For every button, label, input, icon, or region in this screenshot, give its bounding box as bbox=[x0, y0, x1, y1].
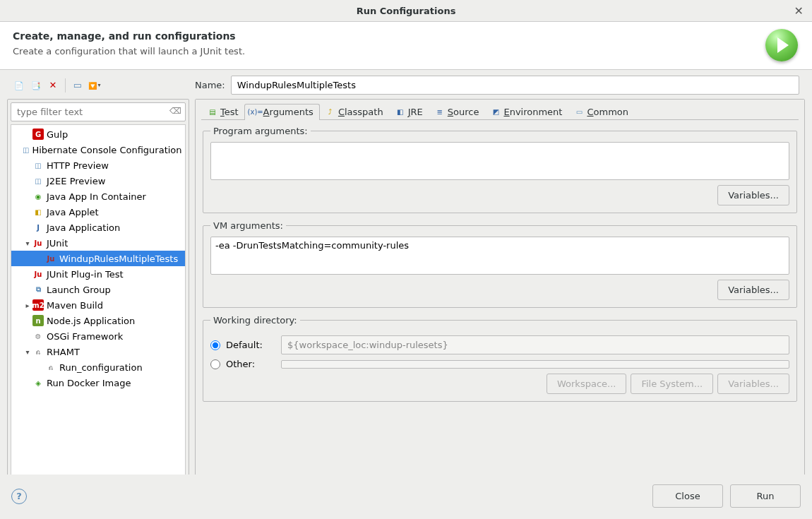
tab-label: JRE bbox=[408, 107, 423, 117]
name-row: Name: bbox=[189, 74, 805, 96]
filter-input[interactable] bbox=[11, 102, 186, 121]
close-icon[interactable]: ✕ bbox=[794, 4, 804, 18]
tree-item-launch-group[interactable]: ⧉Launch Group bbox=[11, 282, 185, 297]
header-title: Create, manage, and run configurations bbox=[13, 30, 799, 42]
program-args-input[interactable] bbox=[210, 142, 789, 180]
tree-item-label: WindupRulesMultipleTests bbox=[59, 253, 178, 264]
tab-source[interactable]: ≣Source bbox=[429, 104, 486, 120]
footer: ? Close Run bbox=[0, 475, 812, 519]
config-type-icon: ◧ bbox=[32, 206, 44, 217]
tree-item-hibernate-console-configuration[interactable]: ◫Hibernate Console Configuration bbox=[11, 142, 185, 157]
tree-item-label: OSGi Framework bbox=[47, 331, 123, 342]
left-panel: ⌫ GGulp◫Hibernate Console Configuration◫… bbox=[7, 99, 189, 513]
tree-item-node-js-application[interactable]: nNode.js Application bbox=[11, 313, 185, 328]
wd-other-label: Other: bbox=[226, 359, 275, 369]
program-args-legend: Program arguments: bbox=[210, 126, 311, 136]
tree-item-j2ee-preview[interactable]: ◫J2EE Preview bbox=[11, 173, 185, 189]
tab-common[interactable]: ▭Common bbox=[568, 104, 635, 120]
tab-content-arguments: Program arguments: Variables... VM argum… bbox=[196, 120, 804, 480]
tree-item-winduprulesmultipletests[interactable]: JuWindupRulesMultipleTests bbox=[11, 251, 185, 266]
tab-classpath[interactable]: ⤴Classpath bbox=[319, 104, 390, 120]
expander-icon[interactable]: ▸ bbox=[23, 302, 32, 309]
tree-item-label: Node.js Application bbox=[47, 316, 135, 326]
program-args-variables-button[interactable]: Variables... bbox=[717, 185, 789, 205]
wd-filesystem-button[interactable]: File System... bbox=[631, 374, 713, 394]
collapse-all-button[interactable] bbox=[70, 78, 85, 93]
new-config-button[interactable] bbox=[11, 78, 27, 93]
clear-filter-icon[interactable]: ⌫ bbox=[169, 106, 181, 116]
vm-args-variables-button[interactable]: Variables... bbox=[717, 280, 789, 300]
wd-default-radio[interactable] bbox=[210, 340, 220, 350]
tree-item-junit-plug-in-test[interactable]: JuJUnit Plug-in Test bbox=[11, 266, 185, 282]
config-type-icon: Ju bbox=[45, 253, 56, 264]
expander-icon[interactable]: ▾ bbox=[23, 239, 32, 247]
tree-item-label: Hibernate Console Configuration bbox=[32, 145, 181, 155]
tree-item-label: Java App In Container bbox=[47, 191, 146, 202]
tab-label: Arguments bbox=[263, 107, 314, 117]
tab-icon: ◧ bbox=[395, 107, 405, 117]
wd-variables-button[interactable]: Variables... bbox=[717, 374, 789, 394]
close-button[interactable]: Close bbox=[652, 484, 723, 508]
config-type-icon: m2 bbox=[32, 299, 44, 311]
config-type-icon: ◈ bbox=[32, 377, 44, 388]
tree-item-label: RHAMT bbox=[47, 347, 80, 357]
tab-label: Common bbox=[587, 107, 628, 117]
header: Create, manage, and run configurations C… bbox=[0, 22, 812, 70]
tab-icon: ⤴ bbox=[326, 107, 335, 117]
delete-config-button[interactable]: ✕ bbox=[45, 78, 61, 93]
config-tree[interactable]: GGulp◫Hibernate Console Configuration◫HT… bbox=[11, 124, 186, 493]
filter-dropdown-button[interactable]: ▾ bbox=[87, 78, 102, 93]
duplicate-config-button[interactable] bbox=[28, 78, 44, 93]
config-type-icon: ◫ bbox=[32, 175, 44, 186]
tree-item-label: Gulp bbox=[47, 129, 68, 140]
name-label: Name: bbox=[195, 80, 225, 90]
tree-item-java-application[interactable]: JJava Application bbox=[11, 220, 185, 235]
config-type-icon: n bbox=[32, 315, 44, 326]
config-type-icon: ⎌ bbox=[45, 362, 56, 373]
vm-args-input[interactable] bbox=[210, 237, 789, 275]
config-type-icon: ◉ bbox=[32, 191, 44, 202]
tree-item-label: Run_configuration bbox=[59, 362, 143, 373]
wd-workspace-button[interactable]: Workspace... bbox=[547, 374, 626, 394]
tree-item-run-configuration[interactable]: ⎌Run_configuration bbox=[11, 359, 185, 375]
config-type-icon: ⚙ bbox=[32, 330, 44, 342]
tree-item-rhamt[interactable]: ▾⎌RHAMT bbox=[11, 344, 185, 359]
tab-icon: ≣ bbox=[435, 107, 445, 117]
tree-item-gulp[interactable]: GGulp bbox=[11, 126, 185, 142]
config-type-icon: J bbox=[32, 222, 44, 233]
run-button[interactable]: Run bbox=[730, 484, 801, 508]
tab-label: Test bbox=[220, 107, 239, 117]
tab-test[interactable]: ▤Test bbox=[201, 104, 245, 120]
titlebar: Run Configurations ✕ bbox=[0, 0, 812, 21]
tree-item-java-applet[interactable]: ◧Java Applet bbox=[11, 204, 185, 220]
tab-icon: ◩ bbox=[491, 107, 501, 117]
tabs: ▤Test(x)=Arguments⤴Classpath◧JRE≣Source◩… bbox=[196, 100, 804, 120]
config-type-icon: ◫ bbox=[23, 144, 29, 155]
tab-jre[interactable]: ◧JRE bbox=[389, 104, 429, 120]
tree-item-label: Run Docker Image bbox=[47, 378, 131, 388]
tree-item-java-app-in-container[interactable]: ◉Java App In Container bbox=[11, 189, 185, 204]
tree-item-label: Maven Build bbox=[47, 300, 103, 311]
tree-item-label: HTTP Preview bbox=[47, 160, 109, 171]
right-panel: ▤Test(x)=Arguments⤴Classpath◧JRE≣Source◩… bbox=[195, 99, 805, 513]
tree-item-label: Java Application bbox=[47, 222, 120, 233]
wd-other-radio[interactable] bbox=[210, 359, 220, 369]
tree-item-http-preview[interactable]: ◫HTTP Preview bbox=[11, 157, 185, 173]
tree-item-run-docker-image[interactable]: ◈Run Docker Image bbox=[11, 375, 185, 390]
wd-default-field: ${workspace_loc:windup-rulesets} bbox=[281, 335, 789, 354]
name-input[interactable] bbox=[231, 76, 799, 95]
tree-item-maven-build[interactable]: ▸m2Maven Build bbox=[11, 297, 185, 313]
tree-item-junit[interactable]: ▾JuJUnit bbox=[11, 235, 185, 251]
config-type-icon: G bbox=[32, 129, 44, 140]
tab-arguments[interactable]: (x)=Arguments bbox=[244, 104, 320, 120]
tree-item-label: J2EE Preview bbox=[47, 176, 105, 186]
tree-item-label: Launch Group bbox=[47, 285, 111, 295]
tree-item-label: JUnit Plug-in Test bbox=[47, 269, 124, 280]
tab-label: Source bbox=[448, 107, 479, 117]
tab-icon: (x)= bbox=[251, 107, 261, 117]
tree-item-osgi-framework[interactable]: ⚙OSGi Framework bbox=[11, 328, 185, 344]
expander-icon[interactable]: ▾ bbox=[23, 348, 32, 356]
run-hero-icon bbox=[765, 29, 798, 61]
help-icon[interactable]: ? bbox=[11, 489, 27, 504]
tab-environment[interactable]: ◩Environment bbox=[484, 104, 568, 120]
